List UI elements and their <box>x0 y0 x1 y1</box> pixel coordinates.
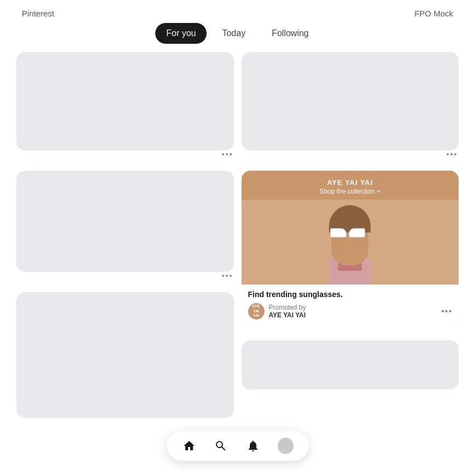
pin-card-5[interactable] <box>16 292 234 418</box>
pin-more-2[interactable] <box>242 150 459 155</box>
pin-card-2[interactable] <box>242 52 459 155</box>
tab-following[interactable]: Following <box>261 23 320 44</box>
notifications-button[interactable] <box>246 438 261 454</box>
fpo-label: FPO Mock <box>414 9 453 18</box>
pin-image-6 <box>242 340 459 390</box>
ad-card[interactable]: AYE YAI YAI Shop the collection + <box>242 171 459 325</box>
ad-header: AYE YAI YAI Shop the collection + <box>242 171 459 200</box>
ad-person <box>242 200 459 285</box>
bell-icon <box>247 439 260 452</box>
sunglasses-top <box>330 228 365 237</box>
ad-find-text: Find trending sunglasses. <box>248 290 453 299</box>
ad-brand-title: AYE YAI YAI <box>248 178 453 187</box>
ad-promoted-row: AYEYAIYAI Promoted by AYE YAI YAI ••• <box>248 303 453 320</box>
ad-promoted-info: Promoted by AYE YAI YAI <box>269 304 306 319</box>
ad-footer: Find trending sunglasses. AYEYAIYAI Prom… <box>242 285 459 325</box>
bottom-nav <box>167 431 309 461</box>
right-column: AYE YAI YAI Shop the collection + <box>242 52 459 418</box>
feed-container: AYE YAI YAI Shop the collection + <box>16 52 459 418</box>
pin-card-3[interactable] <box>16 171 234 277</box>
left-column <box>16 52 234 418</box>
home-icon <box>183 439 196 452</box>
pin-image-5 <box>16 292 234 418</box>
ad-image <box>242 200 459 285</box>
home-button[interactable] <box>182 438 197 454</box>
ad-more-button[interactable]: ••• <box>441 306 452 316</box>
pin-card-1[interactable] <box>16 52 234 155</box>
logo: Pinterest <box>22 9 54 18</box>
pin-more-1[interactable] <box>16 150 234 155</box>
ad-brand-name: AYE YAI YAI <box>269 311 306 319</box>
pin-more-3[interactable] <box>16 272 234 277</box>
tab-today[interactable]: Today <box>211 23 256 44</box>
pin-image-1 <box>16 52 234 150</box>
ad-shop-text: Shop the collection + <box>248 188 453 195</box>
tab-bar: For you Today Following <box>0 23 475 44</box>
pin-card-6[interactable] <box>242 340 459 390</box>
ad-promoted-label: Promoted by <box>269 304 306 311</box>
tab-for-you[interactable]: For you <box>155 23 207 44</box>
search-icon <box>214 439 227 452</box>
search-button[interactable] <box>214 438 228 454</box>
profile-button[interactable] <box>278 438 293 454</box>
pin-image-2 <box>242 52 459 150</box>
pin-image-3 <box>16 171 234 272</box>
ad-avatar: AYEYAIYAI <box>248 303 265 320</box>
